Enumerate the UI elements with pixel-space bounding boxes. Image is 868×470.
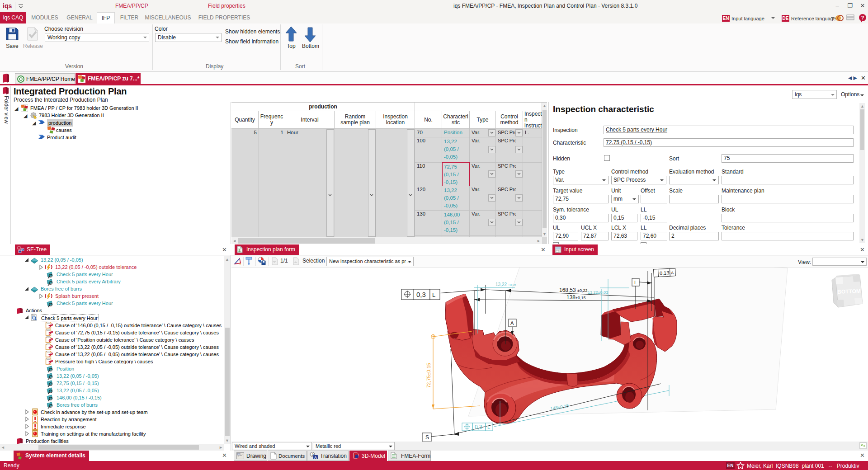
svg-text:0,3: 0,3 [416,291,426,298]
svg-text:A: A [510,320,514,326]
svg-text:L: L [432,291,435,298]
svg-text:L: L [634,280,637,285]
svg-text:L: L [487,424,490,430]
svg-text:0,3: 0,3 [475,424,482,430]
svg-text:72,75±0,15: 72,75±0,15 [426,363,431,388]
svg-text:?: ? [861,15,864,20]
svg-text:13,22±0,03: 13,22±0,03 [588,290,608,295]
svg-text:13,22 +0,05: 13,22 +0,05 [495,282,516,287]
svg-text:138±0,15: 138±0,15 [566,294,586,301]
svg-text:0,13: 0,13 [660,270,670,276]
svg-text:A: A [314,456,317,460]
svg-text:A: A [671,271,674,275]
svg-text:S: S [425,434,429,441]
svg-text:168,53 ±0,22: 168,53 ±0,22 [559,287,588,293]
